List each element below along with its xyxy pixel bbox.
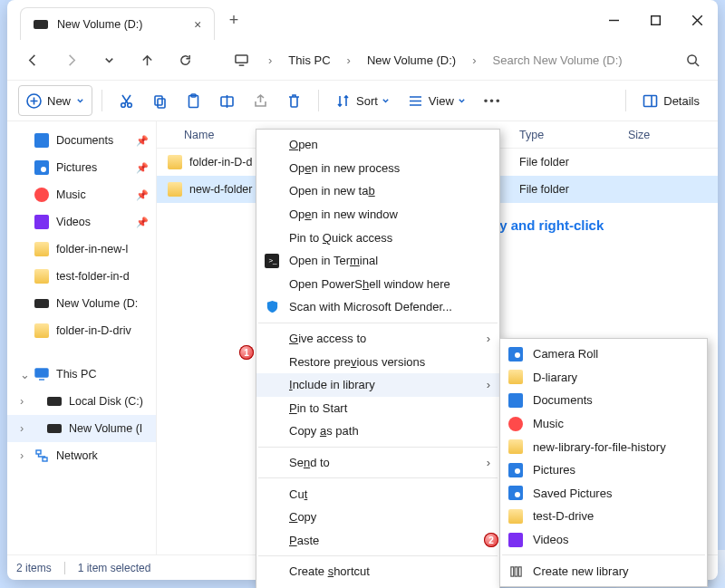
- tab-close-icon[interactable]: ✕: [194, 17, 201, 31]
- library-menu-item[interactable]: Camera Roll: [500, 342, 707, 366]
- menu-item[interactable]: Pin to Quick access: [256, 226, 499, 249]
- pin-icon: 📌: [136, 217, 149, 228]
- sidebar-this-pc[interactable]: ⌄This PC: [7, 361, 156, 388]
- sidebar-item[interactable]: Videos📌: [7, 208, 156, 236]
- pc-icon[interactable]: [225, 43, 257, 76]
- copy-button[interactable]: [145, 85, 175, 116]
- sidebar-drive[interactable]: ›New Volume (I: [7, 415, 156, 442]
- svg-rect-12: [35, 369, 48, 377]
- menu-item[interactable]: >_Open in Terminal: [256, 249, 499, 273]
- tab-title: New Volume (D:): [57, 18, 142, 31]
- recent-button[interactable]: [92, 43, 125, 76]
- view-button[interactable]: View: [401, 85, 473, 116]
- details-pane-button[interactable]: Details: [635, 85, 707, 116]
- pc-icon: [34, 367, 49, 381]
- network-icon: [34, 448, 49, 463]
- menu-item[interactable]: Open in new window: [256, 203, 499, 227]
- paste-button[interactable]: [179, 85, 208, 116]
- pin-icon: 📌: [136, 135, 149, 147]
- menu-item[interactable]: Open: [256, 133, 499, 157]
- library-menu-item[interactable]: Videos: [500, 528, 707, 552]
- drive-icon: [47, 424, 62, 433]
- pin-icon: 📌: [136, 189, 149, 201]
- share-button[interactable]: [246, 85, 276, 116]
- search-input[interactable]: Search New Volume (D:): [488, 53, 671, 67]
- new-button[interactable]: New: [18, 85, 92, 116]
- up-button[interactable]: [130, 43, 163, 76]
- folder-icon: [34, 323, 49, 338]
- sidebar-item[interactable]: test-folder-in-d: [7, 263, 156, 290]
- refresh-button[interactable]: [169, 43, 201, 76]
- address-bar-row: › This PC › New Volume (D:) › Search New…: [7, 40, 718, 80]
- close-button[interactable]: [676, 2, 718, 38]
- menu-item[interactable]: Scan with Microsoft Defender...: [256, 295, 499, 319]
- menu-item[interactable]: Pin to Start: [256, 397, 499, 420]
- menu-item[interactable]: Give access to›: [256, 327, 499, 351]
- menu-item[interactable]: Include in library›: [256, 373, 499, 397]
- rename-button[interactable]: [212, 85, 242, 116]
- more-button[interactable]: •••: [477, 85, 509, 116]
- library-menu-item[interactable]: D-liarary: [500, 366, 707, 390]
- library-menu-item[interactable]: Music: [500, 412, 707, 436]
- menu-item[interactable]: Open PowerShell window here: [256, 273, 499, 296]
- sidebar-network[interactable]: ›Network: [7, 442, 156, 469]
- doc-icon: [508, 393, 523, 408]
- library-menu-item[interactable]: new-library-for-file-history: [500, 435, 707, 458]
- menu-item[interactable]: Copy: [256, 506, 499, 529]
- sidebar-item[interactable]: folder-in-new-l: [7, 236, 156, 263]
- step-badge-1: 1: [239, 345, 254, 360]
- breadcrumb-this-pc[interactable]: This PC: [283, 53, 335, 67]
- column-type[interactable]: Type: [519, 129, 628, 141]
- folder-icon: [508, 509, 523, 524]
- sort-button[interactable]: Sort: [328, 85, 397, 116]
- library-menu-item[interactable]: test-D-drive: [500, 505, 707, 528]
- drive-icon: [47, 397, 62, 406]
- sidebar-item[interactable]: Music📌: [7, 181, 156, 208]
- submenu-arrow-icon: ›: [487, 332, 490, 345]
- create-new-library[interactable]: Create new library: [500, 559, 707, 583]
- sidebar-drive[interactable]: ›Local Disk (C:): [7, 388, 156, 415]
- menu-item[interactable]: Cut: [256, 482, 499, 506]
- details-label: Details: [663, 94, 700, 108]
- breadcrumb-chevron[interactable]: ›: [342, 53, 356, 67]
- svg-rect-15: [510, 566, 513, 575]
- pic-icon: [508, 347, 523, 361]
- maximize-button[interactable]: [634, 2, 676, 38]
- library-menu-item[interactable]: Pictures: [500, 458, 707, 482]
- library-menu-item[interactable]: Saved Pictures: [500, 482, 707, 506]
- library-menu-item[interactable]: Documents: [500, 389, 707, 412]
- minimize-button[interactable]: [593, 2, 634, 38]
- step-badge-2: 2: [484, 533, 498, 547]
- menu-item[interactable]: Create shortcut: [256, 560, 499, 583]
- music-icon: [508, 417, 523, 431]
- svg-rect-11: [644, 95, 657, 106]
- delete-button[interactable]: [279, 85, 309, 116]
- search-icon[interactable]: [676, 43, 709, 76]
- folder-icon: [34, 269, 49, 284]
- menu-item[interactable]: Paste: [256, 529, 499, 553]
- sidebar-item[interactable]: New Volume (D:: [7, 290, 156, 317]
- menu-item[interactable]: Send to›: [256, 451, 499, 475]
- view-label: View: [429, 94, 454, 108]
- column-size[interactable]: Size: [628, 129, 701, 141]
- menu-item[interactable]: Open in new tab: [256, 179, 499, 203]
- new-tab-button[interactable]: +: [220, 11, 247, 30]
- menu-item[interactable]: Delete: [256, 583, 499, 588]
- back-button[interactable]: [16, 43, 49, 76]
- sidebar-item[interactable]: folder-in-D-driv: [7, 317, 156, 344]
- window-tab[interactable]: New Volume (D:) ✕: [20, 7, 215, 40]
- sidebar-item[interactable]: Pictures📌: [7, 154, 156, 181]
- status-selection: 1 item selected: [78, 562, 151, 574]
- svg-rect-6: [155, 96, 162, 105]
- forward-button[interactable]: [54, 43, 87, 76]
- menu-item[interactable]: Restore previous versions: [256, 350, 499, 373]
- menu-item[interactable]: Open in new process: [256, 157, 499, 180]
- breadcrumb-chevron[interactable]: ›: [467, 53, 481, 67]
- breadcrumb-chevron[interactable]: ›: [263, 53, 277, 67]
- cut-button[interactable]: [111, 85, 141, 116]
- svg-rect-17: [518, 566, 521, 575]
- status-item-count: 2 items: [16, 562, 52, 574]
- breadcrumb-volume[interactable]: New Volume (D:): [362, 53, 461, 67]
- sidebar-item[interactable]: Documents📌: [7, 127, 156, 154]
- menu-item[interactable]: Copy as path: [256, 419, 499, 443]
